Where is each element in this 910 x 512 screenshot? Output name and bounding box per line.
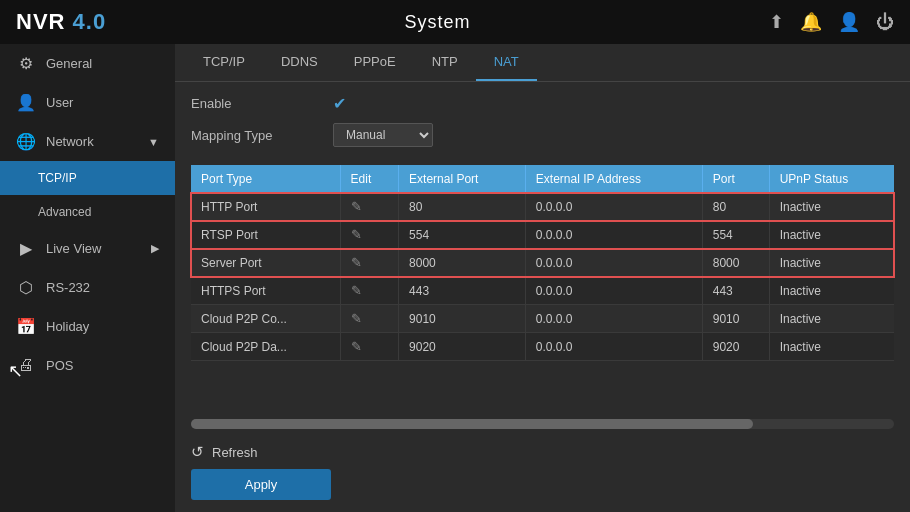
tab-bar: TCP/IP DDNS PPPoE NTP NAT xyxy=(175,44,910,82)
cell-port: 80 xyxy=(702,193,769,221)
cell-external-ip: 0.0.0.0 xyxy=(525,249,702,277)
cell-external-ip: 0.0.0.0 xyxy=(525,193,702,221)
user-icon[interactable]: 👤 xyxy=(838,11,860,33)
cell-edit[interactable]: ✎ xyxy=(340,193,398,221)
col-edit: Edit xyxy=(340,165,398,193)
tab-ddns[interactable]: DDNS xyxy=(263,44,336,81)
cell-port: 9010 xyxy=(702,305,769,333)
sidebar-label-rs232: RS-232 xyxy=(46,280,90,295)
sidebar-item-user[interactable]: 👤 User xyxy=(0,83,175,122)
sidebar-label-liveview: Live View xyxy=(46,241,101,256)
holiday-icon: 📅 xyxy=(16,317,36,336)
cell-edit[interactable]: ✎ xyxy=(340,333,398,361)
nat-table-wrapper: Port Type Edit External Port External IP… xyxy=(175,165,910,413)
cell-port-type: HTTPS Port xyxy=(191,277,340,305)
cell-edit[interactable]: ✎ xyxy=(340,305,398,333)
cell-external-port: 9020 xyxy=(399,333,526,361)
user-sidebar-icon: 👤 xyxy=(16,93,36,112)
table-row: HTTPS Port ✎ 443 0.0.0.0 443 Inactive xyxy=(191,277,894,305)
sidebar-label-network: Network xyxy=(46,134,94,149)
tab-nat[interactable]: NAT xyxy=(476,44,537,81)
cell-edit[interactable]: ✎ xyxy=(340,277,398,305)
cell-port: 443 xyxy=(702,277,769,305)
cell-upnp-status: Inactive xyxy=(769,277,894,305)
refresh-button[interactable]: ↺ Refresh xyxy=(191,443,894,461)
liveview-icon: ▶ xyxy=(16,239,36,258)
sidebar-item-tcpip[interactable]: TCP/IP xyxy=(0,161,175,195)
power-icon[interactable]: ⏻ xyxy=(876,12,894,33)
table-row: Cloud P2P Da... ✎ 9020 0.0.0.0 9020 Inac… xyxy=(191,333,894,361)
rs232-icon: ⬡ xyxy=(16,278,36,297)
cell-upnp-status: Inactive xyxy=(769,305,894,333)
page-title: System xyxy=(405,12,471,33)
sidebar-label-holiday: Holiday xyxy=(46,319,89,334)
liveview-arrow-icon: ▶ xyxy=(151,242,159,255)
cell-upnp-status: Inactive xyxy=(769,193,894,221)
pos-icon: 🖨 xyxy=(16,356,36,374)
sidebar-item-rs232[interactable]: ⬡ RS-232 xyxy=(0,268,175,307)
cell-external-port: 443 xyxy=(399,277,526,305)
bell-icon[interactable]: 🔔 xyxy=(800,11,822,33)
sidebar-item-general[interactable]: ⚙ General xyxy=(0,44,175,83)
edit-icon[interactable]: ✎ xyxy=(351,339,362,354)
table-row: Cloud P2P Co... ✎ 9010 0.0.0.0 9010 Inac… xyxy=(191,305,894,333)
tab-pppoe[interactable]: PPPoE xyxy=(336,44,414,81)
sidebar-item-pos[interactable]: 🖨 POS xyxy=(0,346,175,384)
sidebar-label-advanced: Advanced xyxy=(38,205,91,219)
logo-version: 4.0 xyxy=(73,9,107,34)
cell-edit[interactable]: ✎ xyxy=(340,221,398,249)
mapping-type-select[interactable]: Manual Auto xyxy=(333,123,433,147)
cell-port-type: Cloud P2P Da... xyxy=(191,333,340,361)
cell-external-port: 554 xyxy=(399,221,526,249)
sidebar-label-tcpip: TCP/IP xyxy=(38,171,77,185)
cell-external-port: 8000 xyxy=(399,249,526,277)
cell-port-type: Cloud P2P Co... xyxy=(191,305,340,333)
enable-checkbox[interactable]: ✔ xyxy=(333,94,346,113)
col-port: Port xyxy=(702,165,769,193)
cell-external-ip: 0.0.0.0 xyxy=(525,277,702,305)
col-upnp-status: UPnP Status xyxy=(769,165,894,193)
cell-external-ip: 0.0.0.0 xyxy=(525,305,702,333)
network-icon: 🌐 xyxy=(16,132,36,151)
edit-icon[interactable]: ✎ xyxy=(351,227,362,242)
download-icon[interactable]: ⬆ xyxy=(769,11,784,33)
sidebar-item-network[interactable]: 🌐 Network ▼ xyxy=(0,122,175,161)
sidebar-item-advanced[interactable]: Advanced xyxy=(0,195,175,229)
cell-upnp-status: Inactive xyxy=(769,221,894,249)
sidebar: ⚙ General 👤 User 🌐 Network ▼ TCP/IP Adva… xyxy=(0,44,175,512)
tab-ntp[interactable]: NTP xyxy=(414,44,476,81)
form-area: Enable ✔ Mapping Type Manual Auto xyxy=(175,82,910,165)
cell-port-type: Server Port xyxy=(191,249,340,277)
cell-external-ip: 0.0.0.0 xyxy=(525,333,702,361)
tab-tcpip[interactable]: TCP/IP xyxy=(185,44,263,81)
cell-port-type: RTSP Port xyxy=(191,221,340,249)
enable-row: Enable ✔ xyxy=(191,94,894,113)
sidebar-label-pos: POS xyxy=(46,358,73,373)
sidebar-item-liveview[interactable]: ▶ Live View ▶ xyxy=(0,229,175,268)
horizontal-scrollbar[interactable] xyxy=(175,413,910,435)
mapping-type-label: Mapping Type xyxy=(191,128,321,143)
col-port-type: Port Type xyxy=(191,165,340,193)
scrollbar-thumb[interactable] xyxy=(191,419,753,429)
enable-label: Enable xyxy=(191,96,321,111)
table-header-row: Port Type Edit External Port External IP… xyxy=(191,165,894,193)
sidebar-label-general: General xyxy=(46,56,92,71)
top-bar-actions: ⬆ 🔔 👤 ⏻ xyxy=(769,11,894,33)
cell-edit[interactable]: ✎ xyxy=(340,249,398,277)
col-external-ip: External IP Address xyxy=(525,165,702,193)
table-row: Server Port ✎ 8000 0.0.0.0 8000 Inactive xyxy=(191,249,894,277)
cell-external-ip: 0.0.0.0 xyxy=(525,221,702,249)
cell-external-port: 9010 xyxy=(399,305,526,333)
table-row: RTSP Port ✎ 554 0.0.0.0 554 Inactive xyxy=(191,221,894,249)
edit-icon[interactable]: ✎ xyxy=(351,283,362,298)
edit-icon[interactable]: ✎ xyxy=(351,255,362,270)
cell-port: 9020 xyxy=(702,333,769,361)
sidebar-item-holiday[interactable]: 📅 Holiday xyxy=(0,307,175,346)
nat-table: Port Type Edit External Port External IP… xyxy=(191,165,894,361)
apply-button[interactable]: Apply xyxy=(191,469,331,500)
edit-icon[interactable]: ✎ xyxy=(351,311,362,326)
mapping-type-row: Mapping Type Manual Auto xyxy=(191,123,894,147)
edit-icon[interactable]: ✎ xyxy=(351,199,362,214)
general-icon: ⚙ xyxy=(16,54,36,73)
top-bar: NVR 4.0 System ⬆ 🔔 👤 ⏻ xyxy=(0,0,910,44)
